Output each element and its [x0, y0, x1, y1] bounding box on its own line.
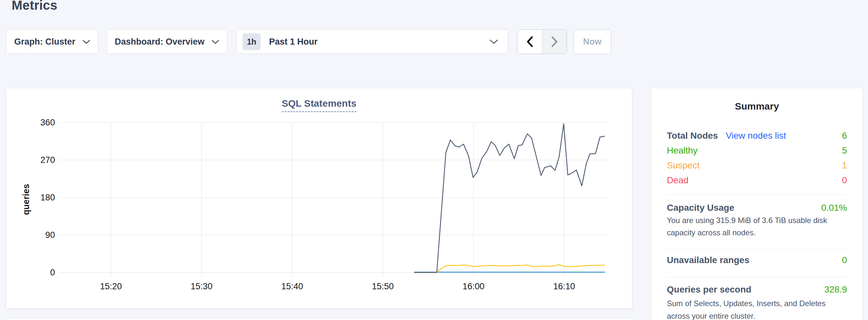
sql-statements-chart-card: SQL Statements 09018027036015:2015:3015:…	[6, 88, 632, 309]
chevron-left-icon	[526, 36, 534, 47]
y-tick-label: 0	[50, 268, 55, 277]
y-tick-label: 270	[40, 155, 55, 165]
healthy-nodes-row: Healthy 5	[667, 143, 847, 158]
capacity-usage-label: Capacity Usage	[667, 201, 735, 214]
series-low-rate	[414, 265, 604, 273]
metrics-page: Metrics Graph: Cluster Dashboard: Overvi…	[0, 0, 868, 320]
unavailable-ranges-value: 0	[842, 254, 847, 267]
graph-dropdown[interactable]: Graph: Cluster	[6, 29, 98, 54]
queries-per-second-description: Sum of Selects, Updates, Inserts, and De…	[667, 297, 847, 320]
queries-per-second-label: Queries per second	[667, 283, 751, 296]
y-tick-label: 90	[45, 230, 55, 240]
healthy-value: 5	[842, 143, 847, 158]
dead-nodes-row: Dead 0	[667, 173, 847, 188]
chevron-right-icon	[551, 36, 559, 47]
next-chart-card	[6, 318, 632, 320]
divider	[667, 249, 847, 250]
unavailable-ranges-row: Unavailable ranges 0	[667, 254, 847, 267]
toolbar: Graph: Cluster Dashboard: Overview 1h Pa…	[0, 29, 868, 54]
summary-panel: Summary Total Nodes View nodes list 6 He…	[651, 88, 863, 320]
summary-title: Summary	[667, 100, 847, 112]
dead-value: 0	[842, 173, 847, 188]
capacity-usage-row: Capacity Usage 0.01%	[667, 201, 847, 214]
dead-label: Dead	[667, 173, 688, 188]
total-nodes-value: 6	[842, 128, 847, 143]
healthy-label: Healthy	[667, 143, 698, 158]
y-axis-label: queries	[21, 184, 31, 215]
chevron-down-icon	[83, 40, 90, 44]
prev-time-button[interactable]	[518, 30, 542, 54]
suspect-nodes-row: Suspect 1	[667, 158, 847, 173]
suspect-value: 1	[842, 158, 847, 173]
time-range-badge: 1h	[243, 33, 261, 50]
x-tick-label: 15:50	[372, 282, 394, 291]
series-high-rate	[414, 124, 604, 273]
sql-statements-chart[interactable]: 09018027036015:2015:3015:4015:5016:0016:…	[6, 88, 632, 308]
queries-per-second-value: 328.9	[824, 283, 847, 296]
x-tick-label: 16:00	[462, 282, 485, 291]
graph-dropdown-label: Graph: Cluster	[14, 37, 75, 47]
now-button[interactable]: Now	[574, 29, 611, 54]
time-range-dropdown[interactable]: 1h Past 1 Hour	[237, 29, 508, 54]
dashboard-dropdown-label: Dashboard: Overview	[115, 37, 205, 47]
time-range-label: Past 1 Hour	[269, 37, 317, 47]
time-step-button-group	[517, 29, 567, 54]
suspect-label: Suspect	[667, 158, 700, 173]
divider	[667, 277, 847, 277]
chevron-down-icon	[490, 39, 498, 44]
next-time-button[interactable]	[542, 30, 567, 54]
total-nodes-row: Total Nodes View nodes list 6	[667, 128, 847, 143]
view-nodes-link[interactable]: View nodes list	[726, 128, 786, 143]
x-tick-label: 15:20	[100, 282, 122, 291]
y-tick-label: 180	[40, 193, 55, 202]
node-status-list: Total Nodes View nodes list 6 Healthy 5 …	[667, 128, 847, 188]
queries-per-second-row: Queries per second 328.9	[667, 283, 847, 296]
page-title: Metrics	[12, 0, 57, 12]
x-tick-label: 15:30	[190, 282, 213, 291]
y-tick-label: 360	[40, 118, 55, 127]
divider	[667, 195, 847, 195]
x-tick-label: 16:10	[553, 282, 575, 291]
capacity-usage-value: 0.01%	[822, 201, 847, 214]
dashboard-dropdown[interactable]: Dashboard: Overview	[107, 29, 227, 54]
x-tick-label: 15:40	[281, 282, 303, 291]
unavailable-ranges-label: Unavailable ranges	[667, 254, 749, 267]
capacity-usage-description: You are using 315.9 MiB of 3.6 TiB usabl…	[667, 214, 847, 239]
chevron-down-icon	[212, 40, 219, 44]
total-nodes-label: Total Nodes	[667, 128, 718, 143]
